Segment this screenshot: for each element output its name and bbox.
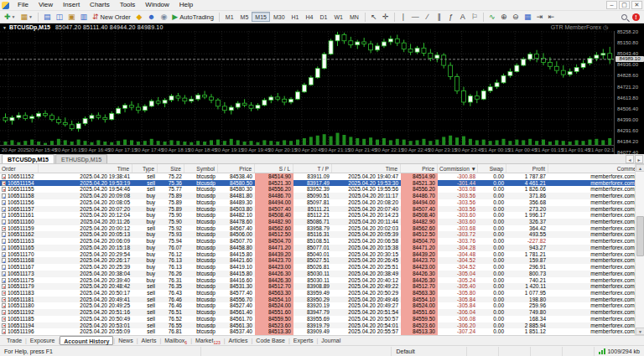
menu-file[interactable]: File <box>13 0 34 10</box>
terminal-tab-exposure[interactable]: Exposure <box>27 336 59 345</box>
channel-button[interactable]: ∥ <box>434 12 445 23</box>
table-row[interactable]: 1065111632025.04.20 20:06:09buy75.94btcu… <box>0 238 644 245</box>
column-header-size[interactable]: Size <box>158 164 184 173</box>
table-row[interactable]: 1065111942025.04.20 20:53:01sell76.55btc… <box>0 322 644 329</box>
chart-collapse-icon[interactable]: ▼ <box>3 25 7 30</box>
vertical-line-button[interactable]: ∣ <box>397 12 409 23</box>
scrollbar-thumb[interactable] <box>636 216 644 256</box>
market-watch-button[interactable]: ▤ <box>41 12 54 23</box>
close-button[interactable]: ✕ <box>631 1 642 9</box>
chart-tab-btcusdp[interactable]: BTCUSDp,M15 <box>2 154 55 163</box>
column-header-price[interactable]: Price <box>401 164 438 173</box>
chart-area[interactable]: 20 Apr 202520 Apr 15:4520 Apr 16:1520 Ap… <box>0 31 644 154</box>
menu-window[interactable]: Window <box>140 0 174 10</box>
table-row[interactable]: 1065111732025.04.20 20:38:04buy76.26btcu… <box>0 271 644 277</box>
auto-scroll-button[interactable]: ⇥ <box>533 12 545 23</box>
column-header-time[interactable]: Time <box>39 164 132 173</box>
table-row[interactable]: 1065111752025.04.20 20:39:40buy76.31btcu… <box>0 277 644 284</box>
new-chart-button[interactable]: ✚▼ <box>2 12 18 23</box>
table-row[interactable]: 1065111672025.04.20 20:25:39buy76.13btcu… <box>0 264 644 271</box>
community-button[interactable]: ☻ <box>145 12 158 23</box>
table-row[interactable]: 1065111602025.04.20 20:11:26buy75.90btcu… <box>0 219 644 225</box>
menu-charts[interactable]: Charts <box>85 0 115 10</box>
fibonacci-button[interactable]: ƒ <box>445 12 457 23</box>
table-row[interactable]: 1065111682025.04.20 20:26:17buy76.13btcu… <box>0 257 644 264</box>
status-profile[interactable]: Default <box>392 347 467 356</box>
menu-insert[interactable]: Insert <box>58 0 85 10</box>
column-header-s-l[interactable]: S / L <box>255 164 293 173</box>
table-row[interactable]: 1065111802025.04.20 20:49:25sell76.46btc… <box>0 302 644 309</box>
column-header-symbol[interactable]: Symbol <box>184 164 218 173</box>
tab-scroll-left-icon[interactable]: ◂ <box>626 155 634 163</box>
scroll-down-icon[interactable]: ▼ <box>636 328 644 335</box>
crosshair-button[interactable]: ✛ <box>380 12 392 23</box>
candlestick-plot[interactable] <box>0 31 614 145</box>
terminal-button[interactable]: ▥ <box>78 12 91 23</box>
table-scrollbar[interactable]: ▲ ▼ <box>635 164 644 335</box>
search-button[interactable] <box>618 12 630 23</box>
terminal-tab-market[interactable]: Market123 <box>192 336 224 345</box>
autotrading-button[interactable]: ▶AutoTrading <box>169 12 216 23</box>
table-row[interactable]: 1065111622025.04.20 20:05:13buy75.93btcu… <box>0 231 644 238</box>
zoom-out-button[interactable]: ⊖ <box>510 12 522 23</box>
restore-button[interactable]: ▢ <box>619 1 630 9</box>
scroll-up-icon[interactable]: ▲ <box>636 164 644 172</box>
timeframe-d1-button[interactable]: D1 <box>316 12 330 22</box>
chart-tab-ethusdp[interactable]: ETHUSDp,M15 <box>55 154 107 163</box>
column-header-comment[interactable]: Comment <box>548 164 644 173</box>
timeframe-m1-button[interactable]: M1 <box>222 12 237 22</box>
zoom-in-button[interactable]: ⊕ <box>498 12 510 23</box>
column-header-type[interactable]: Type <box>132 164 158 173</box>
table-row[interactable]: 1065111612025.04.20 20:12:04buy75.90btcu… <box>0 212 644 219</box>
timeframe-m15-button[interactable]: M15 <box>252 12 270 22</box>
menu-view[interactable]: View <box>34 0 58 10</box>
terminal-tab-trade[interactable]: Trade <box>3 336 25 345</box>
table-row[interactable]: 1065111922025.04.20 20:51:16sell76.51btc… <box>0 309 644 316</box>
table-row[interactable]: 1065111582025.04.20 20:09:08buy75.89btcu… <box>0 193 644 199</box>
trendline-button[interactable]: ∕ <box>422 12 434 23</box>
terminal-tab-mailbox[interactable]: Mailbox6 <box>161 336 190 345</box>
price-axis[interactable]: 85258.2085150.8085043.4084936.0084828.60… <box>614 31 644 154</box>
metaeditor-button[interactable]: ◆ <box>133 12 145 23</box>
navigator-button[interactable]: ▣ <box>65 12 78 23</box>
new-order-button[interactable]: ⇵New Order <box>90 12 133 23</box>
tile-windows-button[interactable]: ▦ <box>522 12 534 23</box>
table-row[interactable]: 1065111572025.04.20 20:07:20buy75.89btcu… <box>0 206 644 213</box>
terminal-tab-journal[interactable]: Journal <box>318 336 344 345</box>
column-header-order[interactable]: Order <box>0 164 39 173</box>
column-header-profit[interactable]: Profit <box>506 164 548 173</box>
column-header-t-p[interactable]: T / P <box>293 164 332 173</box>
table-row[interactable]: 1065111852025.04.20 20:50:49sell76.52btc… <box>0 316 644 322</box>
terminal-tab-account-history[interactable]: Account History <box>60 336 113 345</box>
table-row[interactable]: 1065111652025.04.20 20:15:18buy76.07btcu… <box>0 245 644 251</box>
menu-help[interactable]: Help <box>174 0 198 10</box>
text-button[interactable]: A <box>457 12 469 23</box>
indicators-button[interactable]: ∿ <box>486 12 498 23</box>
timeframe-m30-button[interactable]: M30 <box>270 12 288 22</box>
column-header-commission[interactable]: Commission ▼ <box>438 164 478 173</box>
column-header-swap[interactable]: Swap <box>478 164 506 173</box>
cursor-button[interactable]: ↖ <box>368 12 380 23</box>
column-header-time[interactable]: Time <box>332 164 401 173</box>
notifications-button[interactable]: ! <box>630 12 642 23</box>
chart-shift-button[interactable]: ⇤ <box>545 12 557 23</box>
tab-scroll-right-icon[interactable]: ▸ <box>635 155 643 163</box>
arrows-button[interactable]: ⚐ <box>469 12 480 23</box>
table-row[interactable]: 1065111702025.04.20 20:29:54buy76.12btcu… <box>0 251 644 258</box>
time-axis[interactable]: 20 Apr 202520 Apr 15:4520 Apr 16:1520 Ap… <box>0 145 614 154</box>
minimize-button[interactable]: – <box>606 1 617 9</box>
table-row[interactable]: 1065111812025.04.20 20:49:41sell76.46btc… <box>0 297 644 303</box>
terminal-tab-code-base[interactable]: Code Base <box>252 336 288 345</box>
table-row[interactable]: 1065111552025.04.20 19:54:46sell75.77btc… <box>0 186 644 193</box>
horizontal-line-button[interactable]: ― <box>409 12 422 23</box>
table-row[interactable]: 1065111562025.04.20 20:08:05buy75.89btcu… <box>0 199 644 206</box>
table-row[interactable]: 1065111592025.04.20 20:00:12sell75.92btc… <box>0 225 644 232</box>
timeframe-mn-button[interactable]: MN <box>346 12 362 22</box>
data-window-button[interactable]: ◫ <box>53 12 65 23</box>
table-row[interactable]: 1065111962025.04.20 20:55:09sell76.81btc… <box>0 328 644 335</box>
mql5-button[interactable]: ◉ <box>158 12 169 23</box>
terminal-tab-experts[interactable]: Experts <box>290 336 317 345</box>
menu-tools[interactable]: Tools <box>115 0 141 10</box>
table-row[interactable]: 1065111522025.04.20 19:38:41sell75.22btc… <box>0 173 644 180</box>
profiles-button[interactable]: ▦▼ <box>18 12 35 23</box>
